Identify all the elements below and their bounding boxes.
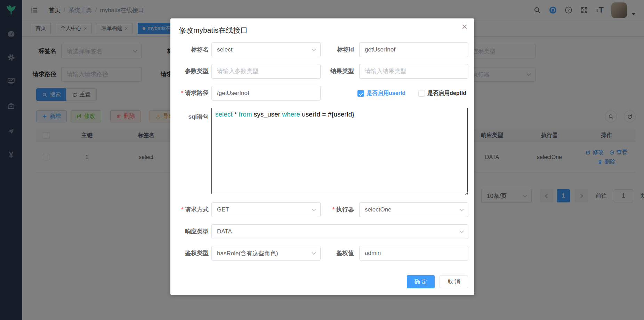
chevron-down-icon — [312, 207, 316, 211]
result-type-input-field[interactable] — [365, 68, 463, 75]
path-input[interactable] — [211, 86, 321, 101]
userid-checkbox[interactable] — [357, 90, 364, 97]
sql-label: sql语句 — [170, 110, 209, 124]
close-icon[interactable] — [462, 22, 467, 32]
edit-mybatis-dialog: 修改mybatis在线接口 标签名 select 标签id 参数类型 结果类型 … — [170, 18, 474, 295]
deptid-checkbox[interactable] — [418, 90, 425, 97]
cancel-button[interactable]: 取 消 — [440, 275, 468, 288]
auth-value-input-field[interactable] — [365, 250, 463, 257]
deptid-checkbox-label: 是否启用deptId — [427, 90, 466, 97]
tag-id-input-field[interactable] — [365, 46, 463, 53]
tag-id-input[interactable] — [359, 42, 468, 57]
param-type-label: 参数类型 — [170, 64, 209, 79]
executor-select[interactable]: selectOne — [359, 202, 468, 217]
method-label: 请求方式 — [170, 202, 209, 217]
confirm-button[interactable]: 确 定 — [407, 275, 435, 288]
app-root: ¥ 首页 系统工具 mybatis在线接口 ? TT — [0, 0, 644, 320]
executor-label: 执行器 — [323, 202, 354, 217]
userid-checkbox-label: 是否启用userId — [367, 90, 405, 97]
tag-name-select[interactable]: select — [211, 42, 321, 57]
path-input-field[interactable] — [217, 90, 315, 97]
dialog-title: 修改mybatis在线接口 — [179, 25, 248, 35]
response-type-label: 响应类型 — [170, 224, 209, 239]
auth-value-input[interactable] — [359, 246, 468, 261]
auth-value-label: 鉴权值 — [323, 246, 354, 261]
path-label: 请求路径 — [170, 86, 209, 101]
tag-name-label: 标签名 — [170, 42, 209, 57]
sql-editor[interactable]: select * from sys_user where userId = #{… — [211, 108, 468, 194]
param-type-input-field[interactable] — [217, 68, 315, 75]
method-select[interactable]: GET — [211, 202, 321, 217]
chevron-down-icon — [459, 207, 464, 211]
chevron-down-icon — [312, 250, 316, 255]
result-type-input[interactable] — [359, 64, 468, 79]
chevron-down-icon — [312, 47, 316, 51]
response-type-select[interactable]: DATA — [211, 224, 468, 239]
chevron-down-icon — [459, 229, 464, 233]
auth-type-label: 鉴权类型 — [170, 246, 209, 261]
userid-checkbox-group[interactable]: 是否启用userId — [357, 90, 405, 97]
tag-id-label: 标签id — [323, 42, 354, 57]
auth-type-select[interactable]: hasRole(含有这些角色) — [211, 246, 321, 261]
deptid-checkbox-group[interactable]: 是否启用deptId — [418, 90, 466, 97]
param-type-input[interactable] — [211, 64, 321, 79]
result-type-label: 结果类型 — [323, 64, 354, 79]
